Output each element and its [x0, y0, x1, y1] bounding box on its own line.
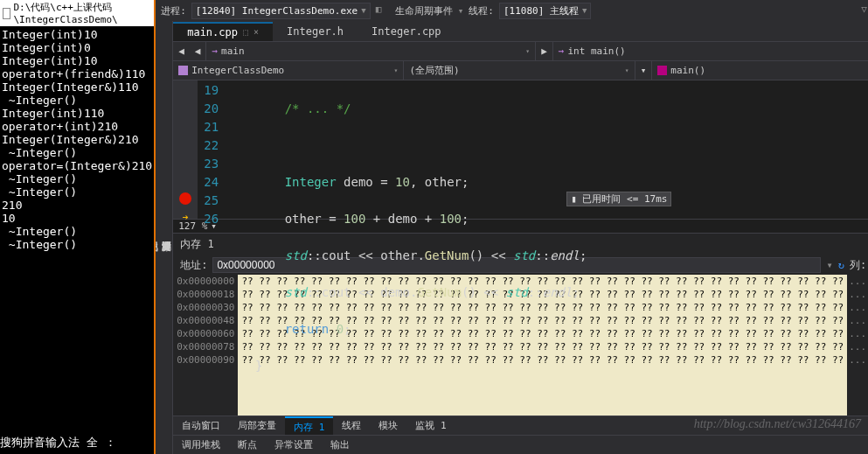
console-title-text: D:\代码\c++上课代码\IntegerClassDemo\ [13, 1, 151, 25]
tab-label: main.cpp [187, 26, 238, 38]
lifecycle-icon[interactable]: ◧ [376, 3, 390, 17]
navigation-bar-2: IntegerClassDemo ▾ (全局范围) ▾ ▾ main() ▾ + [173, 61, 868, 80]
member-combo[interactable]: main() ▾ [652, 61, 868, 80]
thread-combo[interactable]: [11080] 主线程 ▼ [499, 3, 591, 19]
editor-tabstrip: main.cpp ⬚ × Integer.h Integer.cpp ▾ [173, 21, 868, 42]
nav-leftarrows[interactable]: ◀ [173, 42, 190, 60]
console-window: D:\代码\c++上课代码\IntegerClassDemo\ Integer(… [0, 0, 156, 454]
function-combo[interactable]: → int main() [553, 42, 868, 60]
nav-hist2[interactable]: ▾ [635, 61, 653, 80]
tab-breakpoints[interactable]: 断点 [229, 436, 266, 454]
chevron-down-icon: ▼ [582, 6, 587, 15]
current-line-icon: ➔ [173, 211, 198, 229]
nav-leftarrows2[interactable]: ◀ [190, 42, 207, 60]
tab-integer-cpp[interactable]: Integer.cpp [358, 23, 455, 40]
console-app-icon [3, 8, 10, 19]
breakpoint-icon[interactable] [179, 192, 191, 205]
thread-label: 线程: [469, 4, 494, 17]
scope-combo[interactable]: → main ▾ [206, 42, 536, 60]
tab-main-cpp[interactable]: main.cpp ⬚ × [173, 22, 273, 41]
line-numbers: 1920212223242526 [198, 80, 226, 219]
lifecycle-label: 生命周期事件 [395, 4, 453, 17]
nav-fwd[interactable]: ▶ [536, 42, 553, 60]
tab-output[interactable]: 输出 [322, 436, 358, 454]
address-label: 地址: [180, 258, 207, 273]
navigation-bar-1: ◀ ◀ → main ▾ ▶ → int main() ▾ [173, 42, 868, 61]
solution-explorer-tab[interactable]: 解决方案资源管理器 [159, 24, 172, 442]
chevron-down-icon: ▼ [361, 6, 365, 15]
tab-autos[interactable]: 自动窗口 [173, 416, 229, 435]
process-label: 进程: [161, 4, 186, 17]
console-output: Integer(int)10 Integer(int)0 Integer(int… [0, 26, 154, 253]
project-combo[interactable]: IntegerClassDemo ▾ [173, 61, 404, 80]
close-icon[interactable]: × [253, 27, 259, 37]
bottom-tabstrip-2: 调用堆栈 断点 异常设置 输出 [173, 435, 868, 454]
breakpoint-gutter[interactable]: ➔ [173, 80, 198, 219]
global-scope-combo[interactable]: (全局范围) ▾ [404, 61, 635, 80]
project-icon [178, 66, 188, 75]
code-area[interactable]: /* ... */ Integer demo = 10, other; othe… [226, 80, 868, 219]
side-toolbox[interactable]: 解决方案资源管理器 类视图 [156, 21, 173, 454]
console-titlebar[interactable]: D:\代码\c++上课代码\IntegerClassDemo\ [0, 0, 154, 26]
stackframe-nav-icon[interactable]: ▽ [861, 3, 868, 17]
process-combo[interactable]: [12840] IntegerClassDemo.exe ▼ [191, 3, 371, 19]
elapsed-tooltip: ▮ 已用时间 <= 17ms [566, 192, 671, 206]
tab-integer-h[interactable]: Integer.h [273, 23, 358, 40]
method-icon [657, 66, 667, 75]
ide-pane: 进程: [12840] IntegerClassDemo.exe ▼ ◧ 生命周… [156, 0, 868, 454]
debug-toolbar: 进程: [12840] IntegerClassDemo.exe ▼ ◧ 生命周… [156, 0, 868, 21]
ime-status: 搜狗拼音输入法 全 ： [0, 435, 116, 451]
code-editor[interactable]: ➔ 1920212223242526 /* ... */ Integer dem… [173, 80, 868, 219]
tab-exceptions[interactable]: 异常设置 [266, 436, 322, 454]
pin-icon[interactable]: ⬚ [243, 27, 248, 37]
tab-callstack[interactable]: 调用堆栈 [173, 436, 229, 454]
